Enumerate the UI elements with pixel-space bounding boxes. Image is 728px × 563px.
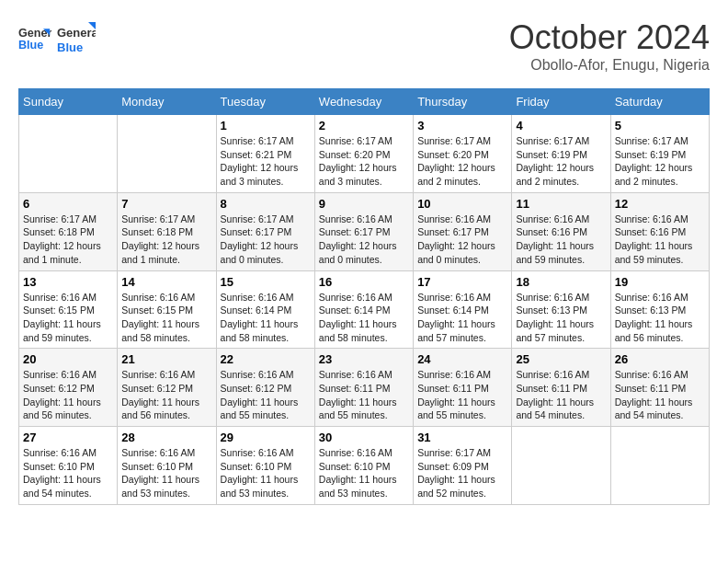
day-number: 29 xyxy=(221,431,311,444)
calendar-cell: 5 Sunrise: 6:17 AMSunset: 6:19 PMDayligh… xyxy=(610,115,709,193)
day-number: 18 xyxy=(516,275,606,289)
calendar-cell: 15 Sunrise: 6:16 AMSunset: 6:14 PMDaylig… xyxy=(216,270,314,349)
calendar-cell xyxy=(118,115,216,193)
calendar-cell: 1 Sunrise: 6:17 AMSunset: 6:21 PMDayligh… xyxy=(216,115,314,193)
calendar-cell: 10 Sunrise: 6:16 AMSunset: 6:17 PMDaylig… xyxy=(414,192,512,270)
day-number: 23 xyxy=(319,352,409,366)
weekday-header: Friday xyxy=(512,89,610,115)
calendar-cell: 26 Sunrise: 6:16 AMSunset: 6:11 PMDaylig… xyxy=(610,349,709,427)
day-info: Sunrise: 6:17 AMSunset: 6:19 PMDaylight:… xyxy=(615,135,693,187)
day-info: Sunrise: 6:17 AMSunset: 6:18 PMDaylight:… xyxy=(121,213,199,265)
calendar-cell: 8 Sunrise: 6:17 AMSunset: 6:17 PMDayligh… xyxy=(216,192,314,270)
day-info: Sunrise: 6:16 AMSunset: 6:17 PMDaylight:… xyxy=(319,213,397,265)
calendar-cell xyxy=(19,115,118,193)
calendar-week-row: 6 Sunrise: 6:17 AMSunset: 6:18 PMDayligh… xyxy=(19,192,710,270)
calendar-cell: 13 Sunrise: 6:16 AMSunset: 6:15 PMDaylig… xyxy=(19,270,118,349)
calendar-cell: 2 Sunrise: 6:17 AMSunset: 6:20 PMDayligh… xyxy=(314,115,413,193)
day-info: Sunrise: 6:17 AMSunset: 6:20 PMDaylight:… xyxy=(319,135,397,187)
day-info: Sunrise: 6:16 AMSunset: 6:14 PMDaylight:… xyxy=(319,292,397,343)
day-number: 14 xyxy=(121,275,211,289)
day-number: 21 xyxy=(121,352,211,366)
day-number: 8 xyxy=(221,197,311,211)
day-info: Sunrise: 6:17 AMSunset: 6:18 PMDaylight:… xyxy=(23,213,101,265)
calendar-cell: 28 Sunrise: 6:16 AMSunset: 6:10 PMDaylig… xyxy=(118,427,216,505)
calendar-cell: 20 Sunrise: 6:16 AMSunset: 6:12 PMDaylig… xyxy=(19,349,118,427)
day-number: 25 xyxy=(516,352,606,366)
day-info: Sunrise: 6:16 AMSunset: 6:12 PMDaylight:… xyxy=(23,369,101,420)
day-number: 26 xyxy=(615,352,705,366)
calendar-week-row: 13 Sunrise: 6:16 AMSunset: 6:15 PMDaylig… xyxy=(19,270,710,349)
day-number: 20 xyxy=(23,352,113,366)
day-info: Sunrise: 6:16 AMSunset: 6:14 PMDaylight:… xyxy=(221,292,299,343)
day-info: Sunrise: 6:17 AMSunset: 6:09 PMDaylight:… xyxy=(417,447,495,499)
svg-text:Blue: Blue xyxy=(18,39,43,52)
calendar-cell xyxy=(512,427,610,505)
day-info: Sunrise: 6:17 AMSunset: 6:21 PMDaylight:… xyxy=(221,135,299,187)
calendar-cell: 14 Sunrise: 6:16 AMSunset: 6:15 PMDaylig… xyxy=(118,270,216,349)
weekday-header: Wednesday xyxy=(314,89,413,115)
day-info: Sunrise: 6:16 AMSunset: 6:16 PMDaylight:… xyxy=(516,213,594,265)
day-info: Sunrise: 6:16 AMSunset: 6:16 PMDaylight:… xyxy=(615,213,693,265)
day-number: 13 xyxy=(23,275,113,289)
calendar-cell: 27 Sunrise: 6:16 AMSunset: 6:10 PMDaylig… xyxy=(19,427,118,505)
day-number: 30 xyxy=(319,431,409,444)
calendar-cell: 29 Sunrise: 6:16 AMSunset: 6:10 PMDaylig… xyxy=(216,427,314,505)
day-number: 17 xyxy=(417,275,507,289)
calendar-cell: 16 Sunrise: 6:16 AMSunset: 6:14 PMDaylig… xyxy=(314,270,413,349)
day-number: 9 xyxy=(319,197,409,211)
day-info: Sunrise: 6:16 AMSunset: 6:11 PMDaylight:… xyxy=(319,369,397,420)
calendar-cell: 25 Sunrise: 6:16 AMSunset: 6:11 PMDaylig… xyxy=(512,349,610,427)
calendar-cell: 24 Sunrise: 6:16 AMSunset: 6:11 PMDaylig… xyxy=(414,349,512,427)
page-header: General Blue General Blue October 2024 O… xyxy=(18,18,710,74)
calendar-cell: 9 Sunrise: 6:16 AMSunset: 6:17 PMDayligh… xyxy=(314,192,413,270)
calendar-week-row: 27 Sunrise: 6:16 AMSunset: 6:10 PMDaylig… xyxy=(19,427,710,505)
day-info: Sunrise: 6:16 AMSunset: 6:15 PMDaylight:… xyxy=(23,292,101,343)
month-title: October 2024 xyxy=(509,18,710,57)
day-number: 3 xyxy=(417,119,507,132)
calendar-cell: 22 Sunrise: 6:16 AMSunset: 6:12 PMDaylig… xyxy=(216,349,314,427)
day-number: 6 xyxy=(23,197,113,211)
weekday-header: Tuesday xyxy=(216,89,314,115)
day-number: 2 xyxy=(319,119,409,132)
weekday-header: Monday xyxy=(118,89,216,115)
day-number: 5 xyxy=(615,119,705,132)
calendar-cell: 4 Sunrise: 6:17 AMSunset: 6:19 PMDayligh… xyxy=(512,115,610,193)
calendar-cell: 12 Sunrise: 6:16 AMSunset: 6:16 PMDaylig… xyxy=(610,192,709,270)
day-info: Sunrise: 6:16 AMSunset: 6:12 PMDaylight:… xyxy=(221,369,299,420)
weekday-header: Saturday xyxy=(610,89,709,115)
day-info: Sunrise: 6:17 AMSunset: 6:17 PMDaylight:… xyxy=(221,213,299,265)
day-number: 19 xyxy=(615,275,705,289)
day-number: 10 xyxy=(417,197,507,211)
calendar-week-row: 20 Sunrise: 6:16 AMSunset: 6:12 PMDaylig… xyxy=(19,349,710,427)
day-info: Sunrise: 6:16 AMSunset: 6:11 PMDaylight:… xyxy=(516,369,594,420)
day-info: Sunrise: 6:16 AMSunset: 6:10 PMDaylight:… xyxy=(221,447,299,499)
day-number: 12 xyxy=(615,197,705,211)
day-info: Sunrise: 6:16 AMSunset: 6:15 PMDaylight:… xyxy=(121,292,199,343)
day-info: Sunrise: 6:16 AMSunset: 6:10 PMDaylight:… xyxy=(319,447,397,499)
day-number: 24 xyxy=(417,352,507,366)
logo-icon: General Blue xyxy=(18,22,51,55)
day-number: 1 xyxy=(221,119,311,132)
weekday-header: Thursday xyxy=(414,89,512,115)
logo-graphic: General Blue xyxy=(55,18,96,59)
calendar-cell: 17 Sunrise: 6:16 AMSunset: 6:14 PMDaylig… xyxy=(414,270,512,349)
logo: General Blue General Blue xyxy=(18,18,96,59)
day-number: 15 xyxy=(221,275,311,289)
weekday-header-row: SundayMondayTuesdayWednesdayThursdayFrid… xyxy=(19,89,710,115)
day-number: 7 xyxy=(121,197,211,211)
day-info: Sunrise: 6:16 AMSunset: 6:17 PMDaylight:… xyxy=(417,213,495,265)
day-number: 4 xyxy=(516,119,606,132)
calendar-cell: 3 Sunrise: 6:17 AMSunset: 6:20 PMDayligh… xyxy=(414,115,512,193)
day-info: Sunrise: 6:16 AMSunset: 6:12 PMDaylight:… xyxy=(121,369,199,420)
svg-text:Blue: Blue xyxy=(57,40,83,54)
day-number: 22 xyxy=(221,352,311,366)
calendar-cell: 11 Sunrise: 6:16 AMSunset: 6:16 PMDaylig… xyxy=(512,192,610,270)
calendar-cell xyxy=(610,427,709,505)
weekday-header: Sunday xyxy=(19,89,118,115)
day-info: Sunrise: 6:17 AMSunset: 6:19 PMDaylight:… xyxy=(516,135,594,187)
day-number: 16 xyxy=(319,275,409,289)
calendar-cell: 19 Sunrise: 6:16 AMSunset: 6:13 PMDaylig… xyxy=(610,270,709,349)
day-number: 28 xyxy=(121,431,211,444)
calendar-cell: 23 Sunrise: 6:16 AMSunset: 6:11 PMDaylig… xyxy=(314,349,413,427)
day-info: Sunrise: 6:16 AMSunset: 6:14 PMDaylight:… xyxy=(417,292,495,343)
